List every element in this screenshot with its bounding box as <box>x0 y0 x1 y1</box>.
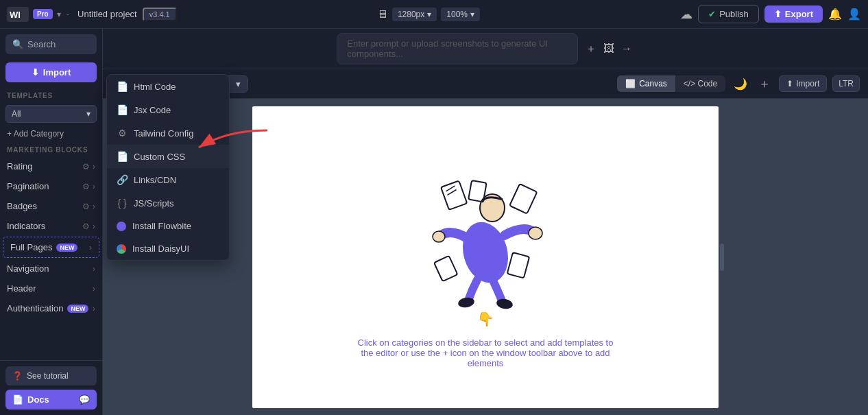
dropdown-item-label: Tailwind Config <box>134 128 193 139</box>
arrow-right-button[interactable]: → <box>619 40 634 57</box>
toolbar-icons: ＋ 🖼 → <box>583 40 634 58</box>
chevron-right-icon: › <box>93 264 95 274</box>
sidebar-item-label: Header <box>7 283 36 294</box>
dropdown-item-label: Install Flowbite <box>132 221 191 231</box>
search-icon: 🔍 <box>12 39 23 49</box>
tutorial-label: See tutorial <box>27 371 69 381</box>
svg-point-5 <box>529 227 542 239</box>
link-icon: 🔗 <box>117 174 128 185</box>
code-toggle-button[interactable]: </> Code <box>675 75 725 92</box>
export-icon: ⬆ <box>774 9 782 19</box>
code-icon: { } <box>117 198 128 209</box>
export-label: Export <box>785 9 813 19</box>
sidebar-item-pagination[interactable]: Pagination ⚙ › <box>0 176 102 196</box>
dropdown-item-tailwind-config[interactable]: ⚙ Tailwind Config <box>107 121 229 145</box>
canvas-label: Canvas <box>639 79 667 88</box>
dropdown-item-install-flowbite[interactable]: Install Flowbite <box>107 215 229 237</box>
cloud-button[interactable]: ☁ <box>680 7 692 22</box>
add-category-button[interactable]: + Add Category <box>0 126 102 142</box>
search-label: Search <box>27 39 56 49</box>
tutorial-button[interactable]: ❓ See tutorial <box>5 366 97 386</box>
sidebar-item-navigation[interactable]: Navigation › <box>0 259 102 278</box>
dropdown-item-label: Jsx Code <box>134 105 171 115</box>
hint-text: Click on categories on the sidebar to se… <box>358 337 614 368</box>
svg-rect-11 <box>434 255 457 281</box>
import-page-button[interactable]: ⬆ Import <box>779 75 827 92</box>
import-label: Import <box>796 79 819 88</box>
dropdown-item-label: Links/CDN <box>134 175 176 185</box>
svg-rect-8 <box>441 180 467 209</box>
dropdown-menu: 📄 Html Code 📄 Jsx Code ⚙ Tailwind Config… <box>106 74 230 261</box>
canvas-page: 👇 Click on categories on the sidebar to … <box>252 106 719 408</box>
dropdown-item-label: Install DaisyUI <box>132 244 189 254</box>
dropdown-item-links-cdn[interactable]: 🔗 Links/CDN <box>107 168 229 191</box>
user-button[interactable]: 👤 <box>847 8 861 21</box>
header: WI Pro ▾ - Untitled project v3.4.1 🖥 128… <box>0 0 868 29</box>
import-button[interactable]: ⬇ Import <box>5 62 97 82</box>
dropdown-item-html-code[interactable]: 📄 Html Code <box>107 75 229 98</box>
monitor-icon: 🖥 <box>377 8 388 21</box>
prompt-placeholder: Enter prompt or upload screenshots to ge… <box>347 38 567 59</box>
publish-label: Publish <box>719 9 749 19</box>
svg-rect-9 <box>509 184 537 214</box>
category-select[interactable]: All ▾ <box>5 105 97 123</box>
svg-rect-12 <box>468 180 487 202</box>
import-icon: ⬆ <box>786 79 793 88</box>
notification-button[interactable]: 🔔 <box>828 8 842 21</box>
zoom-button[interactable]: 100% ▾ <box>441 8 480 21</box>
chevron-down-icon: ▾ <box>427 10 431 19</box>
settings-icon: ⚙ <box>82 222 90 231</box>
canvas-hint: Click on categories on the sidebar to se… <box>355 337 616 368</box>
sidebar-item-label: Badges <box>7 201 37 211</box>
sidebar-item-indicators[interactable]: Indicators ⚙ › <box>0 216 102 236</box>
publish-button[interactable]: ✔ Publish <box>698 5 759 23</box>
dropdown-item-label: Custom CSS <box>134 152 185 162</box>
chat-icon: 💬 <box>79 394 90 405</box>
docs-button[interactable]: 📄 Docs 💬 <box>5 390 97 410</box>
dropdown-item-custom-css[interactable]: 📄 Custom CSS <box>107 145 229 168</box>
sidebar-item-label: Indicators <box>7 221 45 231</box>
chevron-down-icon[interactable]: ▾ <box>57 10 61 19</box>
sidebar-item-header[interactable]: Header › <box>0 278 102 298</box>
plus-icon-button[interactable]: ＋ <box>583 40 599 58</box>
canvas-resize-handle[interactable] <box>720 244 724 271</box>
dropdown-item-js-scripts[interactable]: { } JS/Scripts <box>107 191 229 215</box>
sidebar-bottom: ❓ See tutorial 📄 Docs 💬 <box>0 360 102 415</box>
sidebar-item-authentication[interactable]: Authentication NEW › <box>0 298 102 318</box>
export-button[interactable]: ⬆ Export <box>764 5 823 23</box>
sidebar-item-full-pages[interactable]: Full Pages NEW › <box>3 237 99 258</box>
prompt-input-area[interactable]: Enter prompt or upload screenshots to ge… <box>337 33 577 64</box>
version-button[interactable]: v3.4.1 <box>143 8 177 21</box>
header-actions: ☁ ✔ Publish ⬆ Export 🔔 👤 <box>680 5 861 23</box>
chevron-right-icon: › <box>93 162 95 171</box>
body: 🔍 Search ⬇ Import TEMPLATES All ▾ + Add … <box>0 29 868 415</box>
chevron-right-icon: › <box>93 304 95 313</box>
dropdown-item-jsx-code[interactable]: 📄 Jsx Code <box>107 98 229 121</box>
sidebar-item-rating[interactable]: Rating ⚙ › <box>0 156 102 176</box>
add-category-label: + Add Category <box>7 129 64 139</box>
dropdown-item-install-daisyui[interactable]: Install DaisyUI <box>107 237 229 260</box>
resolution-button[interactable]: 1280px ▾ <box>392 8 437 21</box>
resolution-value: 1280px <box>398 10 424 19</box>
image-upload-button[interactable]: 🖼 <box>601 40 616 57</box>
chevron-right-icon: › <box>93 202 95 211</box>
document-icon: 📄 <box>117 151 128 162</box>
category-value: All <box>12 109 21 119</box>
search-button[interactable]: 🔍 Search <box>5 34 97 54</box>
settings-icon: ⚙ <box>82 202 90 211</box>
sidebar-item-label: Rating <box>7 161 33 171</box>
daisy-icon <box>117 244 126 254</box>
ltr-button[interactable]: LTR <box>832 75 860 92</box>
canvas-toggle-button[interactable]: ⬜ Canvas <box>617 75 675 92</box>
project-name[interactable]: Untitled project <box>77 9 137 19</box>
dark-mode-button[interactable]: 🌙 <box>731 75 750 93</box>
add-element-button[interactable]: ＋ <box>756 73 773 95</box>
marketing-label: MARKETING BLOCKS <box>0 142 102 156</box>
templates-label: TEMPLATES <box>0 88 102 102</box>
sidebar-item-label: Navigation <box>7 263 49 274</box>
sidebar-item-badges[interactable]: Badges ⚙ › <box>0 196 102 216</box>
import-icon: ⬇ <box>32 67 39 78</box>
document-icon: 📄 <box>117 81 128 92</box>
settings-icon: ⚙ <box>82 162 90 171</box>
svg-line-13 <box>445 185 455 191</box>
